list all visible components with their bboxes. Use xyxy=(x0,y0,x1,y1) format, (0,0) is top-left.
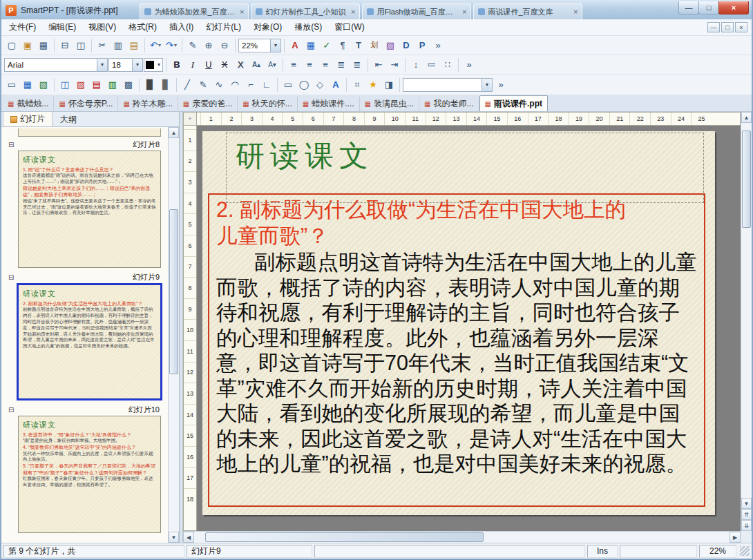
doc-tab[interactable]: ▦雨说课件.ppt xyxy=(479,95,548,111)
line-tool-icon[interactable]: ╱ xyxy=(180,77,195,93)
sidebar-scrollbar[interactable]: ▲ ▼ xyxy=(168,127,179,543)
italic-icon[interactable]: I xyxy=(185,57,200,73)
sidebar-scroll-track[interactable] xyxy=(169,138,179,532)
mdi-minimize-button[interactable]: — xyxy=(707,22,720,32)
print-preview-icon[interactable]: ◫ xyxy=(73,38,88,53)
content-box[interactable]: 2. 副标题为什么取做“为生活在中国大地上的 儿童而歌”？ 副标题点明这首诗特为… xyxy=(208,193,705,507)
curve-tool-icon[interactable]: ∿ xyxy=(211,77,227,93)
slide-title[interactable]: 研读课文 xyxy=(236,137,374,175)
doc-tab[interactable]: ▦蜡烛课件.... xyxy=(298,97,360,111)
scroll-up-icon[interactable]: ▲ xyxy=(741,112,752,123)
minimize-button[interactable]: — xyxy=(678,1,699,15)
connector-icon[interactable]: ⌐ xyxy=(243,77,258,93)
doc-tab[interactable]: ▦装满昆虫... xyxy=(360,97,419,111)
underline-icon[interactable]: U xyxy=(201,57,216,73)
doc-tab[interactable]: ▦截蜡烛... xyxy=(3,97,54,111)
canvas-vertical-scrollbar[interactable]: ▲ ▼ ⇈ ⇊ xyxy=(741,112,752,531)
line-spacing-icon[interactable]: ↕ xyxy=(408,57,423,73)
zoom-in-icon[interactable]: ⊕ xyxy=(201,38,216,53)
insert-chart-icon[interactable]: ▧ xyxy=(383,38,398,53)
title-bar[interactable]: P SmartPPT - [雨说课件.ppt] 为蜡烛添加效果_百度经验×幻灯片… xyxy=(1,0,752,19)
chevron-down-icon[interactable]: ▾ xyxy=(97,59,107,71)
close-icon[interactable]: × xyxy=(573,8,578,16)
align-center-icon[interactable]: ≡ xyxy=(302,57,317,73)
scroll-down-icon[interactable]: ▼ xyxy=(169,532,179,543)
slide-body-text[interactable]: 副标题点明这首诗特为生活在中国大地上的儿童而歌，概括了诗的内容，表明诗人对中国儿… xyxy=(216,249,697,476)
elbow-connector-icon[interactable]: ∟ xyxy=(259,77,274,93)
titlebar-tab[interactable]: 为蜡烛添加效果_百度经验× xyxy=(140,3,249,19)
doc-tab[interactable]: ▦怀念母亲P... xyxy=(54,97,118,111)
mdi-restore-button[interactable]: □ xyxy=(721,22,734,32)
chevron-down-icon[interactable]: ▾ xyxy=(482,79,492,91)
toolbar-overflow-icon[interactable]: » xyxy=(461,57,477,73)
doc-tab[interactable]: ▦亲爱的爸... xyxy=(178,97,238,111)
tab-outline[interactable]: 大纲 xyxy=(53,113,84,126)
toolbar-overflow-icon[interactable]: » xyxy=(493,77,508,93)
insert-picture-icon[interactable]: ▧ xyxy=(36,77,51,93)
cut-icon[interactable]: ✂ xyxy=(95,38,110,53)
insert-word-table-icon[interactable]: ▤ xyxy=(89,77,104,93)
slide-thumbnail[interactable]: 研读课文1. 雨“说”了什么话？主要表达了什么意思？这首诗通篇都是“雨”说的话。… xyxy=(18,151,161,268)
background-fill-icon[interactable]: ▊ xyxy=(158,77,173,93)
menu-item-3[interactable]: 格式(R) xyxy=(122,19,163,36)
copy-icon[interactable]: ▥ xyxy=(111,38,126,53)
font-color-swatch[interactable]: ▾ xyxy=(144,58,163,72)
slide-thumbnail[interactable]: 研读课文2. 副标题为什么取做“为生活在中国大地上的儿童而歌”？副标题点明这首诗… xyxy=(17,283,162,400)
sidebar-scroll-thumb[interactable] xyxy=(169,209,178,374)
shadow-text-icon[interactable]: X xyxy=(233,57,248,73)
scroll-up-icon[interactable]: ▲ xyxy=(169,127,179,138)
insert-excel-icon[interactable]: ▥ xyxy=(105,77,120,93)
align-distribute-icon[interactable]: ≣ xyxy=(350,57,365,73)
zoom-out-icon[interactable]: ⊖ xyxy=(217,38,232,53)
chevron-down-icon[interactable]: ▾ xyxy=(270,39,280,52)
highlight-icon[interactable]: 划 xyxy=(367,38,382,53)
tab-slides[interactable]: 幻灯片 xyxy=(3,111,53,126)
indent-increase-icon[interactable]: ⇥ xyxy=(387,57,402,73)
scroll-right-icon[interactable]: ▶ xyxy=(730,532,741,543)
slide-design-icon[interactable]: D xyxy=(399,38,414,53)
close-icon[interactable]: × xyxy=(462,8,466,16)
resize-grip[interactable] xyxy=(740,546,750,556)
menu-item-5[interactable]: 幻灯片(L) xyxy=(200,19,247,36)
mdi-close-button[interactable]: × xyxy=(735,22,747,32)
strikethrough-icon[interactable]: X xyxy=(217,57,232,73)
align-justify-icon[interactable]: ≣ xyxy=(334,57,349,73)
open-document-icon[interactable]: ▣ xyxy=(20,38,35,53)
insert-ole-icon[interactable]: ◫ xyxy=(57,77,73,93)
menu-item-7[interactable]: 播放(S) xyxy=(288,19,328,36)
scroll-down-icon[interactable]: ▼ xyxy=(741,498,752,509)
bullet-list-icon[interactable]: ∷ xyxy=(440,57,455,73)
collapse-icon[interactable]: ⊟ xyxy=(8,273,14,281)
font-size-combo[interactable]: 18▾ xyxy=(108,58,143,72)
doc-tab[interactable]: ▦秋天的怀... xyxy=(238,97,297,111)
chevron-down-icon[interactable]: ▾ xyxy=(132,59,142,71)
close-icon[interactable]: × xyxy=(351,8,355,16)
object-name-combo[interactable]: ▾ xyxy=(403,78,493,92)
menu-item-1[interactable]: 编辑(E) xyxy=(42,19,82,36)
zoom-combo[interactable]: 22%▾ xyxy=(238,39,281,52)
slide-canvas[interactable]: 研读课文 2. 副标题为什么取做“为生活在中国大地上的 儿童而歌”？ 副标题点明… xyxy=(197,126,741,531)
titlebar-tab[interactable]: 用Flash做动画_百度知道× xyxy=(362,3,471,19)
star-shape-icon[interactable]: ★ xyxy=(365,77,381,93)
next-slide-icon[interactable]: ⇊ xyxy=(741,520,752,531)
collapse-icon[interactable]: ⊟ xyxy=(8,406,14,414)
insert-table-icon[interactable]: ▦ xyxy=(303,38,318,53)
format-object-icon[interactable]: ◨ xyxy=(381,77,397,93)
grow-font-icon[interactable]: A▴ xyxy=(249,57,264,73)
doc-tab[interactable]: ▦我的老师... xyxy=(419,97,479,111)
rectangle-tool-icon[interactable]: ▭ xyxy=(280,77,296,93)
pen-tool-icon[interactable]: ✎ xyxy=(196,77,211,93)
ellipse-tool-icon[interactable]: ◯ xyxy=(296,77,312,93)
save-icon[interactable]: ▦ xyxy=(36,38,51,53)
insert-table-icon[interactable]: ▦ xyxy=(20,77,35,93)
slide-page[interactable]: 研读课文 2. 副标题为什么取做“为生活在中国大地上的 儿童而歌”？ 副标题点明… xyxy=(202,131,715,515)
format-painter-icon[interactable]: ✎ xyxy=(185,38,200,53)
align-left-icon[interactable]: ≡ xyxy=(286,57,301,73)
maximize-button[interactable]: □ xyxy=(698,1,719,15)
paragraph-marks-icon[interactable]: ¶ xyxy=(335,38,350,53)
insert-media-icon[interactable]: ▨ xyxy=(73,77,88,93)
toolbar-overflow-icon[interactable]: » xyxy=(430,38,446,53)
slide-question[interactable]: 2. 副标题为什么取做“为生活在中国大地上的 儿童而歌”？ xyxy=(216,196,697,249)
slide-master-icon[interactable]: ▉ xyxy=(142,77,158,93)
close-icon[interactable]: × xyxy=(240,8,244,16)
